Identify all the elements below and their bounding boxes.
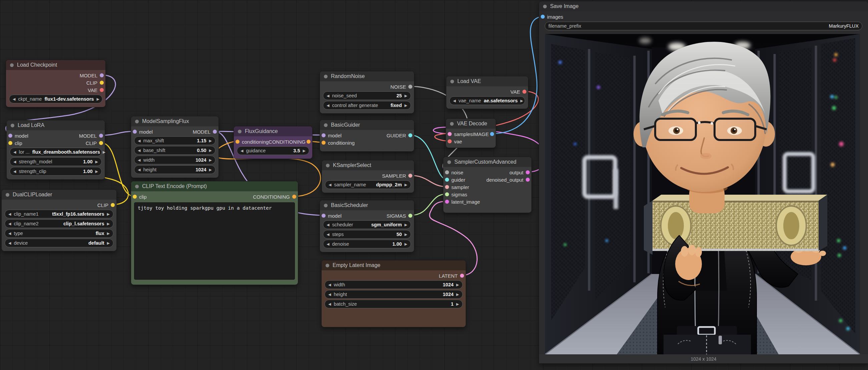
- node-load-vae[interactable]: Load VAE VAE ◀ vae_name ae.safetensors ▶: [446, 76, 528, 109]
- input-port-images[interactable]: [541, 15, 545, 19]
- widget-type[interactable]: ◀ type flux ▶: [5, 229, 114, 238]
- decrement-arrow-icon[interactable]: ◀: [327, 94, 329, 98]
- widget-base-shift[interactable]: ◀ base_shift 0.50 ▶: [134, 146, 216, 155]
- decrement-arrow-icon[interactable]: ◀: [327, 223, 329, 227]
- output-port-clip[interactable]: [111, 203, 115, 207]
- widget-filename-prefix[interactable]: filename_prefix MarkuryFLUX: [545, 22, 862, 30]
- decrement-arrow-icon[interactable]: ◀: [241, 149, 243, 153]
- decrement-arrow-icon[interactable]: ◀: [453, 99, 456, 103]
- node-header[interactable]: CLIP Text Encode (Prompt): [131, 181, 298, 191]
- decrement-arrow-icon[interactable]: ◀: [138, 158, 141, 162]
- decrement-arrow-icon[interactable]: ◀: [13, 150, 16, 154]
- output-port-model[interactable]: [213, 130, 217, 134]
- collapse-dot-icon[interactable]: [324, 204, 328, 207]
- node-header[interactable]: Load Checkpoint: [6, 60, 105, 70]
- output-port-guider[interactable]: [408, 133, 412, 137]
- output-port-latent[interactable]: [460, 274, 464, 278]
- collapse-dot-icon[interactable]: [10, 63, 14, 67]
- increment-arrow-icon[interactable]: ▶: [107, 212, 110, 216]
- node-header[interactable]: RandomNoise: [320, 71, 414, 81]
- node-load-lora[interactable]: Load LoRA model MODEL clip CLIP ◀ lor ..…: [6, 120, 105, 180]
- output-port-conditioning[interactable]: [307, 140, 311, 144]
- decrement-arrow-icon[interactable]: ◀: [8, 241, 11, 245]
- widget-height[interactable]: ◀ height 1024 ▶: [134, 165, 216, 174]
- node-vae-decode[interactable]: VAE Decode samples IMAGE vae: [446, 118, 496, 148]
- collapse-dot-icon[interactable]: [324, 75, 328, 78]
- node-graph-canvas[interactable]: { "canvas": {"background": "#232324"}, "…: [0, 0, 868, 370]
- widget-sampler-name[interactable]: ◀ sampler_name dpmpp_2m ▶: [325, 180, 411, 189]
- decrement-arrow-icon[interactable]: ◀: [328, 302, 331, 306]
- decrement-arrow-icon[interactable]: ◀: [8, 222, 11, 226]
- increment-arrow-icon[interactable]: ▶: [209, 168, 212, 172]
- prompt-textarea[interactable]: tjtoy toy holding sparkgpu gpu in a data…: [134, 202, 295, 280]
- increment-arrow-icon[interactable]: ▶: [209, 139, 212, 143]
- node-basic-guider[interactable]: BasicGuider model GUIDER conditioning: [319, 120, 414, 152]
- node-dual-clip-loader[interactable]: DualCLIPLoader CLIP ◀ clip_name1 t5xxl_f…: [1, 189, 117, 251]
- output-port-model[interactable]: [99, 134, 103, 138]
- input-port-clip[interactable]: [133, 195, 137, 199]
- node-header[interactable]: FluxGuidance: [234, 126, 312, 136]
- increment-arrow-icon[interactable]: ▶: [107, 241, 110, 245]
- collapse-dot-icon[interactable]: [6, 193, 9, 197]
- node-load-checkpoint[interactable]: Load Checkpoint MODEL CLIP VAE ◀ ckpt_na…: [6, 60, 106, 107]
- collapse-dot-icon[interactable]: [326, 264, 329, 267]
- node-ksampler-select[interactable]: KSamplerSelect SAMPLER ◀ sampler_name dp…: [321, 160, 414, 193]
- increment-arrow-icon[interactable]: ▶: [405, 104, 407, 107]
- widget-ckpt-name[interactable]: ◀ ckpt_name flux1-dev.safetensors ▶: [9, 95, 102, 103]
- node-empty-latent-image[interactable]: Empty Latent Image LATENT ◀ width 1024 ▶…: [321, 260, 466, 327]
- increment-arrow-icon[interactable]: ▶: [103, 150, 105, 154]
- input-port-noise[interactable]: [445, 170, 449, 174]
- node-header[interactable]: KSamplerSelect: [322, 160, 414, 170]
- output-port-image[interactable]: [490, 132, 494, 136]
- increment-arrow-icon[interactable]: ▶: [456, 302, 459, 306]
- increment-arrow-icon[interactable]: ▶: [209, 158, 212, 162]
- decrement-arrow-icon[interactable]: ◀: [138, 139, 141, 143]
- input-port-samples[interactable]: [448, 132, 452, 136]
- decrement-arrow-icon[interactable]: ◀: [13, 160, 16, 164]
- node-header[interactable]: Empty Latent Image: [321, 260, 466, 270]
- input-port-latent-image[interactable]: [445, 200, 449, 204]
- collapse-dot-icon[interactable]: [11, 124, 14, 127]
- input-port-model[interactable]: [8, 134, 12, 138]
- collapse-dot-icon[interactable]: [326, 164, 330, 167]
- input-port-clip[interactable]: [8, 141, 12, 145]
- node-header[interactable]: BasicGuider: [320, 120, 414, 130]
- output-port-noise[interactable]: [408, 85, 412, 89]
- widget-width[interactable]: ◀ width 1024 ▶: [134, 156, 216, 164]
- increment-arrow-icon[interactable]: ▶: [456, 283, 459, 287]
- widget-control-after-generate[interactable]: ◀ control after generate fixed ▶: [323, 101, 411, 110]
- node-model-sampling-flux[interactable]: ModelSamplingFlux model MODEL ◀ max_shif…: [131, 116, 219, 178]
- input-port-model[interactable]: [321, 133, 326, 137]
- decrement-arrow-icon[interactable]: ◀: [328, 283, 331, 287]
- node-header[interactable]: DualCLIPLoader: [2, 190, 117, 200]
- output-port-denoised-output[interactable]: [526, 178, 530, 182]
- node-header[interactable]: VAE Decode: [446, 119, 496, 129]
- decrement-arrow-icon[interactable]: ◀: [327, 104, 329, 107]
- widget-clip-name2[interactable]: ◀ clip_name2 clip_l.safetensors ▶: [5, 219, 114, 228]
- decrement-arrow-icon[interactable]: ◀: [8, 212, 11, 216]
- input-port-vae[interactable]: [448, 139, 452, 143]
- increment-arrow-icon[interactable]: ▶: [107, 232, 110, 235]
- output-port-model[interactable]: [100, 73, 104, 77]
- increment-arrow-icon[interactable]: ▶: [405, 183, 407, 187]
- widget-lora-name[interactable]: ◀ lor ... flux_dreambooth.safetensors ▶: [10, 148, 102, 156]
- decrement-arrow-icon[interactable]: ◀: [13, 97, 16, 101]
- decrement-arrow-icon[interactable]: ◀: [138, 149, 141, 152]
- collapse-dot-icon[interactable]: [135, 185, 139, 188]
- decrement-arrow-icon[interactable]: ◀: [13, 170, 16, 173]
- node-sampler-custom-advanced[interactable]: SamplerCustomAdvanced noise output guide…: [443, 157, 532, 213]
- widget-noise-seed[interactable]: ◀ noise_seed 25 ▶: [323, 91, 411, 100]
- decrement-arrow-icon[interactable]: ◀: [327, 242, 329, 246]
- output-port-output[interactable]: [526, 170, 530, 174]
- collapse-dot-icon[interactable]: [135, 120, 139, 123]
- input-port-conditioning[interactable]: [236, 140, 240, 144]
- decrement-arrow-icon[interactable]: ◀: [8, 232, 11, 235]
- increment-arrow-icon[interactable]: ▶: [95, 170, 98, 173]
- input-port-sigmas[interactable]: [445, 192, 449, 196]
- widget-height[interactable]: ◀ height 1024 ▶: [324, 290, 463, 299]
- increment-arrow-icon[interactable]: ▶: [96, 97, 99, 101]
- widget-strength-model[interactable]: ◀ strength_model 1.00 ▶: [10, 157, 102, 166]
- node-flux-guidance[interactable]: FluxGuidance conditioning CONDITIONING ◀…: [234, 126, 313, 159]
- collapse-dot-icon[interactable]: [238, 130, 242, 133]
- input-port-model[interactable]: [133, 130, 137, 134]
